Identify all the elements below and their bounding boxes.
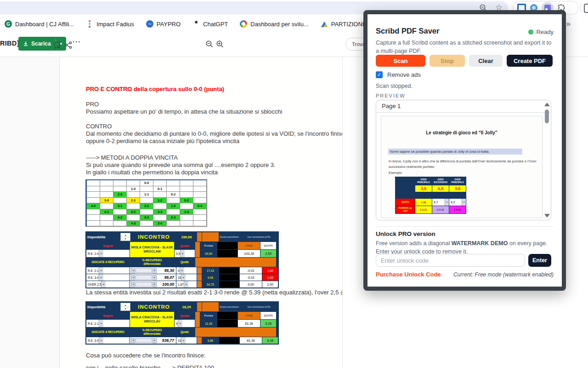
quota-dropdown[interactable]: 4.2▼ [449,199,466,206]
score-cell [113,221,127,227]
score-cell [193,221,207,227]
doc-contro-line2: oppure 0-2 perdiamo la cassa iniziale pi… [86,138,239,144]
gap-cell [197,232,202,242]
quota-col-label: QUOTA [260,312,276,319]
spinner-down-icon[interactable]: ▼ [121,307,130,311]
utile-label: UTILE [238,242,260,249]
score-cell [87,215,100,221]
enter-button[interactable]: Enter [528,254,551,267]
over-header-cell: OVERSUCCESSIVO [432,177,449,185]
table-dropdown[interactable]: R.E. 3-0▼ [86,274,130,281]
save-bookmark-icon[interactable] [53,41,62,49]
bookmark-paypro[interactable]: ~ PAYPRO [146,20,181,28]
quota-dropdown[interactable]: 4.7▼ [432,199,449,206]
utile-value: -0,01 [240,267,262,274]
slider-left-icon[interactable]: ◀ [131,338,135,343]
slider-left-icon[interactable]: ◀ [131,268,135,273]
bookmark-dashboard-sviluppatori[interactable]: Dashboard per svilu... [240,20,308,28]
table-dropdown[interactable]: 15▼ [176,337,197,344]
preview-over-table: OVERPRINCIPALEOVERSUCCESSIVOOVERPRINCIPA… [395,177,466,214]
utile-value: 103,28 [238,250,260,257]
scrollbar-thumb[interactable] [545,109,549,123]
clear-button[interactable]: Clear [469,55,503,67]
checkbox-checked-icon[interactable]: ✓ [376,71,383,78]
table-main-row: SegnoR.E. 2-0▼WISLA CRACOVIA - SLASKWROC… [86,242,278,257]
table-dropdown[interactable]: R.E. 2-1▼ [86,267,130,274]
bookmark-chatgpt[interactable]: * ChatGPT [192,20,228,28]
dropdown-value: 15 [176,337,181,344]
slider-right-icon[interactable]: ▶ [153,338,157,343]
table-dropdown[interactable]: 15▼ [176,274,197,281]
preview-scrollbar[interactable] [543,101,550,219]
dropdown-arrow-icon: ▼ [184,281,188,288]
dropdown-arrow-icon: ▼ [99,274,103,281]
bookmarks-overflow-chevron[interactable]: » [566,19,571,29]
recupero-slider[interactable]: ◀▶536,77 [130,337,176,344]
scan-button[interactable]: Scan [376,55,425,67]
dropdown-arrow-icon: ▼ [180,250,185,257]
gap-cell [197,281,202,288]
spinner-down-icon[interactable]: ▼ [121,237,130,241]
over-header-cell: OVERPRINCIPALE [415,177,432,185]
unlock-code-input[interactable] [376,254,525,267]
purchase-unlock-code-link[interactable]: Purchase Unlock Code [376,271,441,278]
doc-metodi-heading: -----> METODI A DOPPIA VINCITA [86,154,178,161]
slider-right-icon[interactable]: ▶ [153,282,157,287]
stop-button[interactable]: Stop [430,55,465,67]
create-pdf-button[interactable]: Create PDF [507,55,553,67]
scroll-up-icon[interactable] [544,103,550,106]
table-dropdown[interactable]: R.E. 3-0▼ [86,337,130,344]
slider-track[interactable] [136,275,152,280]
slider-track[interactable] [136,338,152,343]
table-dropdown[interactable]: 1,87▼ [176,281,197,288]
quota-cell: 2,48 [415,199,432,206]
slider-left-icon[interactable]: ◀ [131,282,135,287]
spinner-up-icon[interactable]: ▲ [121,233,130,237]
segno-column: SegnoR.E. 2-1▼ [86,312,130,327]
scroll-down-icon[interactable] [544,214,550,218]
spinner-control[interactable]: ▲▼ [120,303,130,311]
remove-ads-option[interactable]: ✓ Remove ads [376,71,421,78]
bookmark-cj-dashboard[interactable]: G Dashboard | CJ Affili... [5,20,74,28]
slider-right-icon[interactable]: ▶ [153,275,157,280]
recupero-slider[interactable]: ◀▶95,07 [130,274,176,281]
zoom-out-icon[interactable] [205,40,214,48]
score-cell [127,192,140,198]
slider-track[interactable] [136,268,152,273]
scan-status-text: Scan stopped. [376,83,413,89]
slider-right-icon[interactable]: ▶ [153,268,157,273]
share-icon[interactable] [64,41,73,49]
slider-left-icon[interactable]: ◀ [131,275,135,280]
recupero-label: % RECUPEROdifferenziato [130,258,174,267]
senza-commissioni-header: Senza commissioni [219,302,239,311]
score-cell [140,186,153,192]
slider-track[interactable] [136,282,152,287]
score-cell: 3-4 [153,221,167,227]
table-dropdown[interactable]: R.E. 2-0▼ [86,250,130,257]
table-dropdown[interactable]: 9,5▼ [175,250,195,257]
bookmark-impact-fadius[interactable]: Impact Fadius [86,20,134,28]
more-options-icon[interactable]: ··· [73,38,81,46]
bookmark-partizioni[interactable]: PARTIZIONI [321,20,364,28]
score-cell: 4-2 [113,215,127,221]
table-dropdown[interactable]: OVER 2,5▼ [86,281,130,288]
preview-paragraph: In breve, il jolly non è altro che la di… [389,159,537,169]
amount-cell: 100,00 [176,232,197,242]
table-dropdown[interactable]: 9▼ [175,320,195,327]
zoom-in-icon[interactable] [216,40,224,48]
table-dropdown[interactable]: 9▼ [176,267,197,274]
dropdown-arrow-icon: ▼ [99,250,103,257]
cj-favicon: G [5,20,12,28]
unlock-desc-watermark: WATERMARK DEMO [452,240,508,247]
recupero-line1: % RECUPERO [142,328,162,332]
black-column [217,242,237,257]
side-panel-icon[interactable] [584,4,588,13]
over-value-cell: 3,5 [449,185,466,192]
toolbar-separator [581,3,581,13]
preview-container: Page 1 Le strategie di gioco ed “Il Joll… [376,100,551,220]
spinner-control[interactable]: ▲▼ [120,233,130,241]
recupero-slider[interactable]: ◀▶100,00 [130,281,176,288]
table-dropdown[interactable]: R.E. 2-1▼ [86,320,130,327]
recupero-slider[interactable]: ◀▶95,30 [130,267,176,274]
spinner-up-icon[interactable]: ▲ [121,303,130,307]
